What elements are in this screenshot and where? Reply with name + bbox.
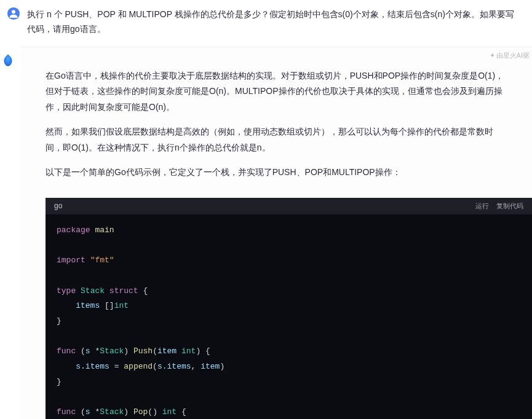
answer-paragraph: 在Go语言中，栈操作的代价主要取决于底层数据结构的实现。对于数组或切片，PUSH… (46, 68, 507, 116)
powered-by-label: ✦ 由星火AI驱 (490, 51, 530, 60)
copy-code-button[interactable]: 复制代码 (496, 202, 523, 211)
code-lang-label: go (54, 202, 62, 210)
user-avatar (6, 6, 21, 21)
spark-icon: ✦ (490, 52, 495, 60)
svg-point-1 (12, 10, 15, 14)
answer-content: 在Go语言中，栈操作的代价主要取决于底层数据结构的实现。对于数组或切片，PUSH… (21, 47, 532, 198)
code-header: go 运行 复制代码 (46, 198, 532, 214)
run-button[interactable]: 运行 (475, 202, 489, 211)
assistant-avatar (0, 52, 16, 68)
answer-paragraph: 以下是一个简单的Go代码示例，它定义了一个栈，并实现了PUSH、POP和MULT… (46, 165, 507, 181)
code-block: go 运行 复制代码 package main import "fmt" typ… (46, 198, 532, 419)
question-text: 执行 n 个 PUSH、POP 和 MULTIPOP 栈操作的总代价是多少？假定… (27, 6, 520, 37)
answer-paragraph: 然而，如果我们假设底层数据结构是高效的（例如，使用动态数组或切片），那么可以认为… (46, 124, 507, 156)
answer-block: ✦ 由星火AI驱 在Go语言中，栈操作的代价主要取决于底层数据结构的实现。对于数… (21, 47, 532, 419)
code-content: package main import "fmt" type Stack str… (46, 214, 532, 419)
